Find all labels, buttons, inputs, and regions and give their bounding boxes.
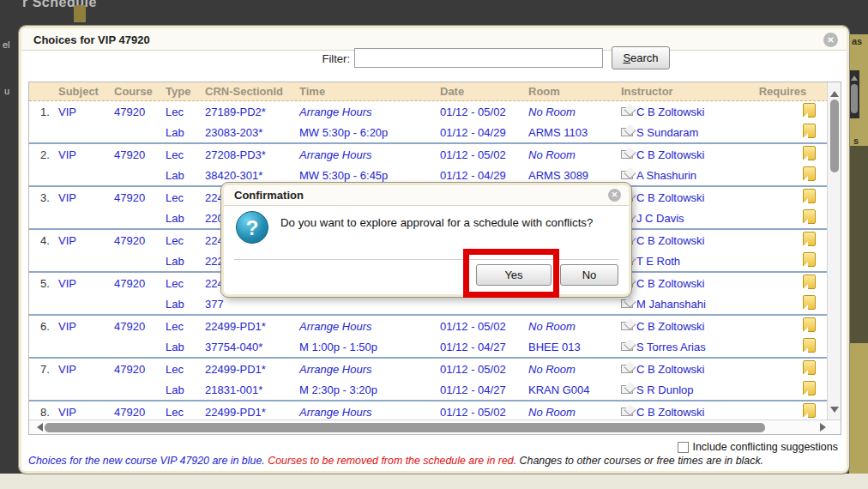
scroll-down-arrow-icon[interactable] [830, 407, 839, 417]
instructor-name[interactable]: A Shashurin [636, 169, 696, 182]
instructor-name[interactable]: C B Zoltowski [636, 406, 704, 419]
include-conflicting-checkbox[interactable] [678, 442, 689, 453]
instructor-name[interactable]: C B Zoltowski [636, 277, 704, 290]
note-icon[interactable] [803, 166, 816, 181]
background-block [849, 146, 868, 343]
legend-text: Choices for the new course VIP 47920 are… [28, 455, 845, 467]
table-cell: No Room [528, 320, 621, 333]
table-cell: KRAN G004 [528, 383, 621, 396]
note-icon[interactable] [803, 295, 816, 310]
scroll-right-arrow-icon[interactable] [820, 423, 830, 432]
instructor-cell: C B Zoltowski [621, 363, 767, 376]
column-header: Subject [58, 85, 114, 98]
instructor-name[interactable]: C B Zoltowski [636, 191, 704, 204]
note-icon[interactable] [803, 275, 816, 289]
table-row[interactable]: 7.VIP47920Lec22499-PD1*Arrange Hours01/1… [29, 359, 829, 379]
table-cell: Lab [166, 341, 205, 353]
instructor-name[interactable]: M Jahanshahi [636, 298, 706, 311]
table-cell: 01/12 - 05/02 [440, 106, 528, 118]
filter-label: Filter: [268, 52, 350, 65]
table-cell: VIP [58, 363, 114, 376]
email-icon[interactable] [621, 342, 633, 351]
email-icon[interactable] [621, 299, 633, 308]
table-row[interactable]: 2.VIP47920Lec27208-PD3*Arrange Hours01/1… [29, 144, 829, 165]
table-cell: 22499-PD1* [205, 320, 299, 333]
table-cell: No Room [528, 406, 621, 419]
table-cell: VIP [58, 106, 114, 118]
vertical-scrollbar[interactable] [827, 82, 841, 421]
note-icon[interactable] [803, 103, 816, 118]
note-icon[interactable] [803, 189, 816, 203]
note-icon[interactable] [803, 232, 816, 246]
table-cell: Arrange Hours [299, 406, 440, 419]
instructor-name[interactable]: C B Zoltowski [636, 148, 704, 161]
scroll-up-arrow-icon[interactable] [830, 87, 839, 97]
table-cell: 01/12 - 04/29 [440, 126, 528, 139]
table-row[interactable]: 1.VIP47920Lec27189-PD2*Arrange Hours01/1… [29, 101, 829, 122]
table-row[interactable]: 8.VIP47920Lec22499-PD1*Arrange Hours01/1… [29, 401, 829, 421]
email-icon[interactable] [621, 107, 633, 116]
horizontal-scrollbar[interactable] [29, 420, 841, 434]
table-cell: Lec [166, 363, 205, 376]
table-row[interactable]: Lab37754-040*M 1:00p - 1:50p01/12 - 04/2… [29, 336, 829, 357]
table-cell: 4. [29, 234, 58, 247]
note-icon[interactable] [803, 252, 816, 267]
instructor-name[interactable]: S Torres Arias [636, 341, 706, 353]
scroll-up-arrow-icon[interactable] [851, 72, 858, 81]
include-conflicting-label: Include conflicting suggestions [692, 441, 838, 453]
email-icon[interactable] [621, 150, 633, 159]
table-row[interactable]: Lab21831-001*M 2:30p - 3:20p01/12 - 04/2… [29, 379, 829, 400]
table-row[interactable]: Lab23083-203*MW 5:30p - 6:20p01/12 - 04/… [29, 122, 829, 142]
instructor-name[interactable]: S R Dunlop [636, 383, 693, 396]
screen: r Schedule el u as s Choices for VIP 479… [0, 0, 868, 489]
instructor-name[interactable]: C B Zoltowski [636, 106, 704, 118]
background-fragment: u [4, 86, 9, 96]
choice-group: 8.VIP47920Lec22499-PD1*Arrange Hours01/1… [29, 400, 829, 421]
instructor-name[interactable]: C B Zoltowski [636, 363, 704, 376]
window-scrollbar[interactable] [849, 70, 859, 118]
instructor-name[interactable]: S Sundaram [636, 126, 698, 139]
email-icon[interactable] [621, 408, 633, 416]
email-icon[interactable] [621, 385, 633, 394]
table-cell: 47920 [114, 148, 166, 161]
no-button[interactable]: No [560, 264, 618, 286]
note-icon[interactable] [803, 381, 816, 395]
email-icon[interactable] [621, 322, 633, 330]
email-icon[interactable] [621, 365, 633, 373]
table-cell: 377 [205, 298, 299, 311]
close-icon[interactable]: ✕ [608, 189, 621, 202]
email-icon[interactable] [621, 171, 633, 179]
requires-cell [803, 338, 829, 355]
scrollbar-thumb[interactable] [45, 423, 765, 432]
table-cell: Lab [166, 298, 205, 311]
note-icon[interactable] [803, 146, 816, 160]
scrollbar-thumb[interactable] [851, 84, 858, 113]
search-button[interactable]: Search [612, 46, 670, 69]
background-fragment: as [852, 36, 862, 46]
note-icon[interactable] [803, 360, 816, 375]
table-cell: Arrange Hours [299, 363, 440, 376]
note-icon[interactable] [803, 124, 816, 138]
note-icon[interactable] [803, 209, 816, 224]
scroll-left-arrow-icon[interactable] [33, 423, 43, 432]
note-icon[interactable] [803, 338, 816, 353]
email-icon[interactable] [621, 128, 633, 136]
close-icon[interactable]: ✕ [823, 33, 838, 47]
background-block [74, 5, 86, 22]
column-header: Room [528, 85, 621, 98]
table-cell: 22499-PD1* [205, 363, 299, 376]
scrollbar-thumb[interactable] [830, 100, 839, 172]
legend-black: Changes to other courses or free times a… [520, 455, 763, 467]
instructor-name[interactable]: J C Davis [636, 212, 684, 225]
instructor-name[interactable]: T E Roth [636, 255, 680, 268]
note-icon[interactable] [803, 317, 816, 332]
table-row[interactable]: 6.VIP47920Lec22499-PD1*Arrange Hours01/1… [29, 316, 829, 336]
table-cell: VIP [58, 148, 114, 161]
filter-input[interactable] [354, 48, 603, 68]
background-block [849, 343, 868, 474]
note-icon[interactable] [803, 403, 816, 418]
instructor-name[interactable]: C B Zoltowski [636, 234, 704, 247]
annotation-highlight-box [463, 249, 559, 298]
instructor-cell: C B Zoltowski [621, 277, 767, 290]
instructor-name[interactable]: C B Zoltowski [636, 320, 704, 333]
